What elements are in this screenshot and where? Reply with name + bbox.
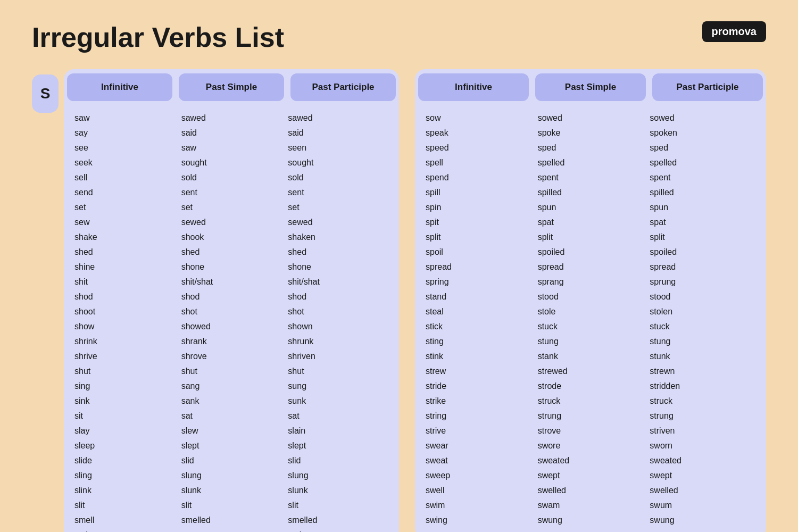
table-cell: slay bbox=[71, 425, 178, 437]
table-cell: stand bbox=[422, 290, 535, 303]
table-cell: shed bbox=[285, 246, 392, 259]
table-cell: shrive bbox=[71, 350, 178, 363]
table-cell: stood bbox=[646, 290, 759, 303]
table-cell: slunk bbox=[178, 484, 285, 497]
table-cell: shot bbox=[285, 305, 392, 318]
table-row: saysaidsaid bbox=[71, 126, 392, 140]
table-cell: shone bbox=[285, 261, 392, 273]
table-cell: sink bbox=[71, 395, 178, 408]
table-cell: shone bbox=[178, 261, 285, 273]
table-cell: sowed bbox=[646, 112, 759, 124]
table-row: smitesmotesmitten bbox=[71, 528, 392, 532]
table-cell: shrank bbox=[178, 335, 285, 348]
table-cell: sank bbox=[178, 395, 285, 408]
table-cell: seen bbox=[285, 142, 392, 154]
table-cell: strive bbox=[422, 425, 535, 437]
table-row: shrinkshrankshrunk bbox=[71, 334, 392, 349]
table-cell: shit/shat bbox=[178, 276, 285, 288]
table-cell: shook bbox=[178, 231, 285, 244]
table-cell: slung bbox=[178, 469, 285, 482]
table-cell: sought bbox=[178, 156, 285, 169]
table-cell: stung bbox=[646, 335, 759, 348]
table-row: stingstungstung bbox=[422, 334, 759, 349]
table-row: splitsplitsplit bbox=[422, 230, 759, 245]
table-cell: strung bbox=[646, 410, 759, 422]
table-cell: stole bbox=[535, 305, 647, 318]
table-cell: shrove bbox=[178, 350, 285, 363]
table-cell: sit bbox=[71, 410, 178, 422]
table-cell: send bbox=[71, 186, 178, 199]
table-cell: stick bbox=[422, 320, 535, 333]
left-col3-header: Past Participle bbox=[290, 73, 396, 101]
table-cell: sweated bbox=[646, 454, 759, 467]
table-cell: sow bbox=[422, 112, 535, 124]
table-cell: split bbox=[535, 231, 647, 244]
table-row: sendsentsent bbox=[71, 185, 392, 200]
table-cell: sent bbox=[178, 186, 285, 199]
table-cell: set bbox=[285, 201, 392, 214]
table-row: seeksoughtsought bbox=[71, 155, 392, 170]
left-col1-header: Infinitive bbox=[67, 73, 172, 101]
table-row: sowsowedsowed bbox=[422, 111, 759, 126]
table-cell: speak bbox=[422, 127, 535, 139]
table-row: sinksanksunk bbox=[71, 394, 392, 409]
table-cell: slit bbox=[285, 499, 392, 512]
table-cell: slept bbox=[285, 439, 392, 452]
table-cell: slew bbox=[178, 425, 285, 437]
table-cell: stridden bbox=[646, 380, 759, 393]
table-cell: swing bbox=[422, 514, 535, 527]
table-cell: shine bbox=[71, 261, 178, 273]
table-cell: sawed bbox=[285, 112, 392, 124]
table-cell: spelled bbox=[646, 156, 759, 169]
table-cell: sung bbox=[285, 380, 392, 393]
table-cell: sweat bbox=[422, 454, 535, 467]
table-cell: sought bbox=[285, 156, 392, 169]
table-cell: show bbox=[71, 320, 178, 333]
table-cell: sunk bbox=[285, 395, 392, 408]
table-row: shriveshroveshriven bbox=[71, 349, 392, 364]
table-cell: strode bbox=[535, 380, 647, 393]
table-cell: strung bbox=[535, 410, 647, 422]
right-table-header: Infinitive Past Simple Past Participle bbox=[415, 69, 766, 105]
left-table: Infinitive Past Simple Past Participle s… bbox=[64, 69, 399, 532]
table-row: sewsewedsewed bbox=[71, 215, 392, 230]
table-cell: spent bbox=[646, 171, 759, 184]
table-cell: shut bbox=[285, 365, 392, 378]
table-cell: shake bbox=[71, 231, 178, 244]
table-row: singsangsung bbox=[71, 379, 392, 394]
table-row: swellswelledswelled bbox=[422, 483, 759, 498]
table-cell: smelled bbox=[178, 514, 285, 527]
table-cell: shut bbox=[178, 365, 285, 378]
table-row: sawsawedsawed bbox=[71, 111, 392, 126]
table-row: shedshedshed bbox=[71, 245, 392, 260]
table-cell: stung bbox=[535, 335, 647, 348]
table-cell: slept bbox=[178, 439, 285, 452]
table-cell: saw bbox=[178, 142, 285, 154]
table-cell: speed bbox=[422, 142, 535, 154]
table-cell: set bbox=[71, 201, 178, 214]
table-cell: swear bbox=[422, 439, 535, 452]
table-cell: spoil bbox=[422, 246, 535, 259]
table-cell: slide bbox=[71, 454, 178, 467]
right-col3-header: Past Participle bbox=[652, 73, 763, 101]
table-row: spillspilledspilled bbox=[422, 185, 759, 200]
table-row: standstoodstood bbox=[422, 289, 759, 304]
table-cell: spoken bbox=[646, 127, 759, 139]
table-row: strikestruckstruck bbox=[422, 394, 759, 409]
table-cell: sat bbox=[285, 410, 392, 422]
table-cell: struck bbox=[646, 395, 759, 408]
table-cell: spill bbox=[422, 186, 535, 199]
table-cell: strewn bbox=[646, 365, 759, 378]
table-cell: spend bbox=[422, 171, 535, 184]
table-cell: slink bbox=[71, 484, 178, 497]
table-cell: swore bbox=[535, 439, 647, 452]
section-letter: S bbox=[32, 74, 59, 113]
table-row: stinkstankstunk bbox=[422, 349, 759, 364]
table-cell: swept bbox=[646, 469, 759, 482]
table-cell: spat bbox=[646, 216, 759, 229]
table-cell: smite bbox=[71, 529, 178, 532]
table-row: sitsatsat bbox=[71, 409, 392, 423]
table-cell: shut bbox=[71, 365, 178, 378]
table-cell: split bbox=[422, 231, 535, 244]
table-cell: sowed bbox=[535, 112, 647, 124]
